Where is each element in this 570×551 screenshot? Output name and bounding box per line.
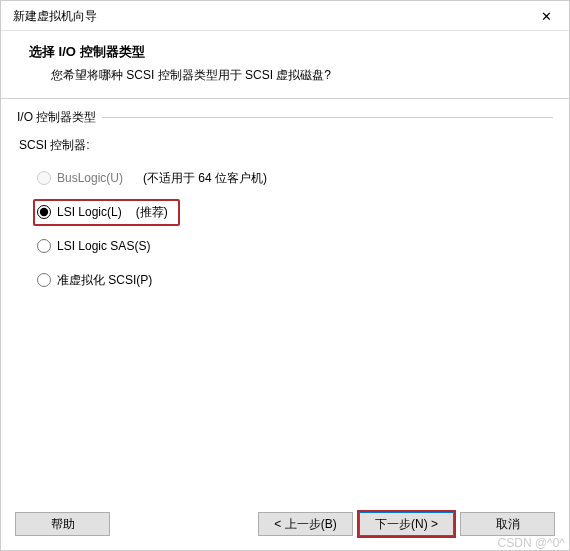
radio-input-lsilogicsas[interactable] [37, 239, 51, 253]
radio-row-buslogic: BusLogic(U) (不适用于 64 位客户机) [35, 168, 545, 188]
radio-label-buslogic: BusLogic(U) [57, 171, 123, 185]
wizard-footer: 帮助 < 上一步(B) 下一步(N) > 取消 CSDN @^0^ [1, 502, 569, 550]
close-button[interactable]: ✕ [533, 7, 559, 27]
radio-buslogic: BusLogic(U) [35, 169, 129, 187]
help-button[interactable]: 帮助 [15, 512, 110, 536]
radio-input-paravirtual[interactable] [37, 273, 51, 287]
close-icon: ✕ [541, 10, 552, 23]
radio-input-buslogic [37, 171, 51, 185]
wizard-header: 选择 I/O 控制器类型 您希望将哪种 SCSI 控制器类型用于 SCSI 虚拟… [1, 31, 569, 99]
radio-paravirtual[interactable]: 准虚拟化 SCSI(P) [35, 270, 158, 291]
header-description: 您希望将哪种 SCSI 控制器类型用于 SCSI 虚拟磁盘? [29, 67, 545, 84]
header-title: 选择 I/O 控制器类型 [29, 43, 545, 61]
radio-input-lsilogic[interactable] [37, 205, 51, 219]
scsi-subtitle: SCSI 控制器: [19, 137, 545, 154]
radio-lsilogicsas[interactable]: LSI Logic SAS(S) [35, 237, 156, 255]
radio-row-lsilogic: LSI Logic(L) (推荐) [35, 202, 545, 222]
group-label: I/O 控制器类型 [17, 109, 102, 126]
hint-lsilogic: (推荐) [136, 204, 168, 221]
window-title: 新建虚拟机向导 [13, 8, 97, 25]
radio-label-paravirtual: 准虚拟化 SCSI(P) [57, 272, 152, 289]
hint-buslogic: (不适用于 64 位客户机) [143, 170, 267, 187]
radio-row-paravirtual: 准虚拟化 SCSI(P) [35, 270, 545, 290]
radio-label-lsilogicsas: LSI Logic SAS(S) [57, 239, 150, 253]
next-button[interactable]: 下一步(N) > [359, 512, 454, 536]
back-button[interactable]: < 上一步(B) [258, 512, 353, 536]
titlebar: 新建虚拟机向导 ✕ [1, 1, 569, 31]
radio-lsilogic[interactable]: LSI Logic(L) (推荐) [33, 199, 180, 226]
controller-group: I/O 控制器类型 SCSI 控制器: BusLogic(U) (不适用于 64… [17, 117, 553, 290]
radio-row-lsilogicsas: LSI Logic SAS(S) [35, 236, 545, 256]
watermark: CSDN @^0^ [498, 536, 565, 550]
radio-label-lsilogic: LSI Logic(L) [57, 205, 122, 219]
cancel-button[interactable]: 取消 [460, 512, 555, 536]
wizard-content: I/O 控制器类型 SCSI 控制器: BusLogic(U) (不适用于 64… [1, 99, 569, 502]
